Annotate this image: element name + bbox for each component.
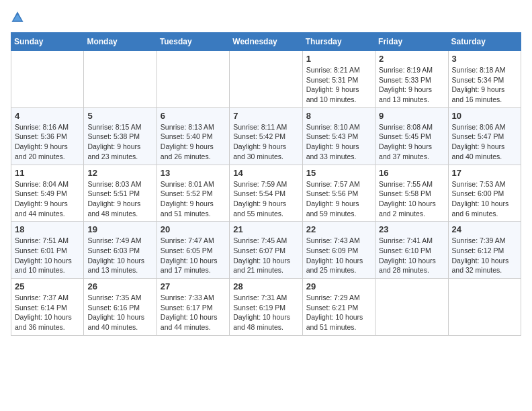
day-number: 3 bbox=[452, 54, 517, 64]
day-number: 9 bbox=[379, 111, 444, 121]
calendar-cell: 4Sunrise: 8:16 AM Sunset: 5:36 PM Daylig… bbox=[11, 107, 84, 165]
calendar-cell bbox=[157, 51, 229, 108]
day-header-tuesday: Tuesday bbox=[157, 33, 229, 51]
day-info: Sunrise: 7:45 AM Sunset: 6:07 PM Dayligh… bbox=[233, 236, 298, 275]
day-info: Sunrise: 8:13 AM Sunset: 5:40 PM Dayligh… bbox=[161, 122, 226, 162]
calendar-cell bbox=[375, 279, 448, 336]
calendar-cell: 24Sunrise: 7:39 AM Sunset: 6:12 PM Dayli… bbox=[448, 222, 521, 279]
day-number: 27 bbox=[161, 281, 226, 291]
day-info: Sunrise: 7:33 AM Sunset: 6:17 PM Dayligh… bbox=[161, 293, 226, 332]
day-number: 17 bbox=[452, 168, 517, 178]
calendar-cell: 21Sunrise: 7:45 AM Sunset: 6:07 PM Dayli… bbox=[230, 222, 302, 279]
calendar-cell: 22Sunrise: 7:43 AM Sunset: 6:09 PM Dayli… bbox=[302, 222, 375, 279]
calendar-week-4: 18Sunrise: 7:51 AM Sunset: 6:01 PM Dayli… bbox=[11, 222, 521, 279]
day-number: 5 bbox=[87, 111, 152, 121]
day-number: 28 bbox=[233, 281, 298, 291]
day-info: Sunrise: 7:49 AM Sunset: 6:03 PM Dayligh… bbox=[87, 236, 152, 275]
day-number: 26 bbox=[87, 281, 152, 291]
day-number: 14 bbox=[233, 168, 298, 178]
day-number: 4 bbox=[15, 111, 80, 121]
day-info: Sunrise: 7:43 AM Sunset: 6:09 PM Dayligh… bbox=[306, 236, 371, 275]
day-number: 19 bbox=[87, 224, 152, 234]
calendar-cell: 28Sunrise: 7:31 AM Sunset: 6:19 PM Dayli… bbox=[230, 279, 302, 336]
calendar-cell: 9Sunrise: 8:08 AM Sunset: 5:45 PM Daylig… bbox=[375, 107, 448, 165]
calendar-cell: 11Sunrise: 8:04 AM Sunset: 5:49 PM Dayli… bbox=[11, 165, 84, 222]
day-info: Sunrise: 7:37 AM Sunset: 6:14 PM Dayligh… bbox=[15, 293, 80, 332]
calendar-cell: 29Sunrise: 7:29 AM Sunset: 6:21 PM Dayli… bbox=[302, 279, 375, 336]
day-number: 21 bbox=[233, 224, 298, 234]
day-info: Sunrise: 8:06 AM Sunset: 5:47 PM Dayligh… bbox=[452, 122, 517, 162]
day-header-monday: Monday bbox=[84, 33, 157, 51]
calendar-week-5: 25Sunrise: 7:37 AM Sunset: 6:14 PM Dayli… bbox=[11, 279, 521, 336]
day-number: 18 bbox=[15, 224, 80, 234]
day-info: Sunrise: 7:39 AM Sunset: 6:12 PM Dayligh… bbox=[452, 236, 517, 275]
day-info: Sunrise: 7:41 AM Sunset: 6:10 PM Dayligh… bbox=[379, 236, 444, 275]
day-info: Sunrise: 8:10 AM Sunset: 5:43 PM Dayligh… bbox=[306, 122, 371, 162]
day-info: Sunrise: 8:11 AM Sunset: 5:42 PM Dayligh… bbox=[233, 122, 298, 162]
calendar-cell: 23Sunrise: 7:41 AM Sunset: 6:10 PM Dayli… bbox=[375, 222, 448, 279]
calendar-cell: 18Sunrise: 7:51 AM Sunset: 6:01 PM Dayli… bbox=[11, 222, 84, 279]
day-info: Sunrise: 7:47 AM Sunset: 6:05 PM Dayligh… bbox=[161, 236, 226, 275]
day-number: 10 bbox=[452, 111, 517, 121]
calendar-header-row: SundayMondayTuesdayWednesdayThursdayFrid… bbox=[11, 33, 521, 51]
calendar-cell: 15Sunrise: 7:57 AM Sunset: 5:56 PM Dayli… bbox=[302, 165, 375, 222]
day-number: 23 bbox=[379, 224, 444, 234]
calendar-cell bbox=[84, 51, 157, 108]
day-info: Sunrise: 8:03 AM Sunset: 5:51 PM Dayligh… bbox=[87, 179, 152, 219]
day-header-friday: Friday bbox=[375, 33, 448, 51]
day-info: Sunrise: 7:31 AM Sunset: 6:19 PM Dayligh… bbox=[233, 293, 298, 332]
day-number: 1 bbox=[306, 54, 371, 64]
day-info: Sunrise: 7:29 AM Sunset: 6:21 PM Dayligh… bbox=[306, 293, 371, 332]
day-number: 7 bbox=[233, 111, 298, 121]
calendar-cell: 12Sunrise: 8:03 AM Sunset: 5:51 PM Dayli… bbox=[84, 165, 157, 222]
day-number: 13 bbox=[161, 168, 226, 178]
calendar-cell: 8Sunrise: 8:10 AM Sunset: 5:43 PM Daylig… bbox=[302, 107, 375, 165]
day-info: Sunrise: 7:59 AM Sunset: 5:54 PM Dayligh… bbox=[233, 179, 298, 219]
calendar-cell: 27Sunrise: 7:33 AM Sunset: 6:17 PM Dayli… bbox=[157, 279, 229, 336]
calendar-cell: 25Sunrise: 7:37 AM Sunset: 6:14 PM Dayli… bbox=[11, 279, 84, 336]
calendar-cell: 26Sunrise: 7:35 AM Sunset: 6:16 PM Dayli… bbox=[84, 279, 157, 336]
calendar-cell: 20Sunrise: 7:47 AM Sunset: 6:05 PM Dayli… bbox=[157, 222, 229, 279]
day-number: 24 bbox=[452, 224, 517, 234]
day-number: 11 bbox=[15, 168, 80, 178]
day-header-saturday: Saturday bbox=[448, 33, 521, 51]
day-info: Sunrise: 7:35 AM Sunset: 6:16 PM Dayligh… bbox=[87, 293, 152, 332]
day-header-sunday: Sunday bbox=[11, 33, 84, 51]
calendar-cell: 5Sunrise: 8:15 AM Sunset: 5:38 PM Daylig… bbox=[84, 107, 157, 165]
day-number: 8 bbox=[306, 111, 371, 121]
calendar-week-2: 4Sunrise: 8:16 AM Sunset: 5:36 PM Daylig… bbox=[11, 107, 521, 165]
calendar-cell: 3Sunrise: 8:18 AM Sunset: 5:34 PM Daylig… bbox=[448, 51, 521, 108]
day-info: Sunrise: 8:15 AM Sunset: 5:38 PM Dayligh… bbox=[87, 122, 152, 162]
calendar-week-1: 1Sunrise: 8:21 AM Sunset: 5:31 PM Daylig… bbox=[11, 51, 521, 108]
day-number: 6 bbox=[161, 111, 226, 121]
day-number: 22 bbox=[306, 224, 371, 234]
calendar-week-3: 11Sunrise: 8:04 AM Sunset: 5:49 PM Dayli… bbox=[11, 165, 521, 222]
day-info: Sunrise: 8:08 AM Sunset: 5:45 PM Dayligh… bbox=[379, 122, 444, 162]
header bbox=[11, 11, 521, 24]
day-info: Sunrise: 7:53 AM Sunset: 6:00 PM Dayligh… bbox=[452, 179, 517, 219]
calendar-cell bbox=[11, 51, 84, 108]
day-info: Sunrise: 7:55 AM Sunset: 5:58 PM Dayligh… bbox=[379, 179, 444, 219]
day-info: Sunrise: 8:18 AM Sunset: 5:34 PM Dayligh… bbox=[452, 65, 517, 105]
calendar-cell: 13Sunrise: 8:01 AM Sunset: 5:52 PM Dayli… bbox=[157, 165, 229, 222]
day-number: 16 bbox=[379, 168, 444, 178]
day-info: Sunrise: 8:19 AM Sunset: 5:33 PM Dayligh… bbox=[379, 65, 444, 105]
day-info: Sunrise: 7:57 AM Sunset: 5:56 PM Dayligh… bbox=[306, 179, 371, 219]
logo bbox=[11, 11, 27, 24]
day-header-thursday: Thursday bbox=[302, 33, 375, 51]
day-info: Sunrise: 8:01 AM Sunset: 5:52 PM Dayligh… bbox=[161, 179, 226, 219]
day-number: 25 bbox=[15, 281, 80, 291]
day-info: Sunrise: 7:51 AM Sunset: 6:01 PM Dayligh… bbox=[15, 236, 80, 275]
day-header-wednesday: Wednesday bbox=[230, 33, 302, 51]
calendar-cell: 7Sunrise: 8:11 AM Sunset: 5:42 PM Daylig… bbox=[230, 107, 302, 165]
day-number: 12 bbox=[87, 168, 152, 178]
calendar: SundayMondayTuesdayWednesdayThursdayFrid… bbox=[11, 32, 521, 336]
day-number: 29 bbox=[306, 281, 371, 291]
logo-icon bbox=[11, 11, 24, 24]
calendar-cell: 2Sunrise: 8:19 AM Sunset: 5:33 PM Daylig… bbox=[375, 51, 448, 108]
calendar-cell bbox=[230, 51, 302, 108]
calendar-cell: 6Sunrise: 8:13 AM Sunset: 5:40 PM Daylig… bbox=[157, 107, 229, 165]
day-info: Sunrise: 8:16 AM Sunset: 5:36 PM Dayligh… bbox=[15, 122, 80, 162]
day-number: 20 bbox=[161, 224, 226, 234]
day-number: 15 bbox=[306, 168, 371, 178]
